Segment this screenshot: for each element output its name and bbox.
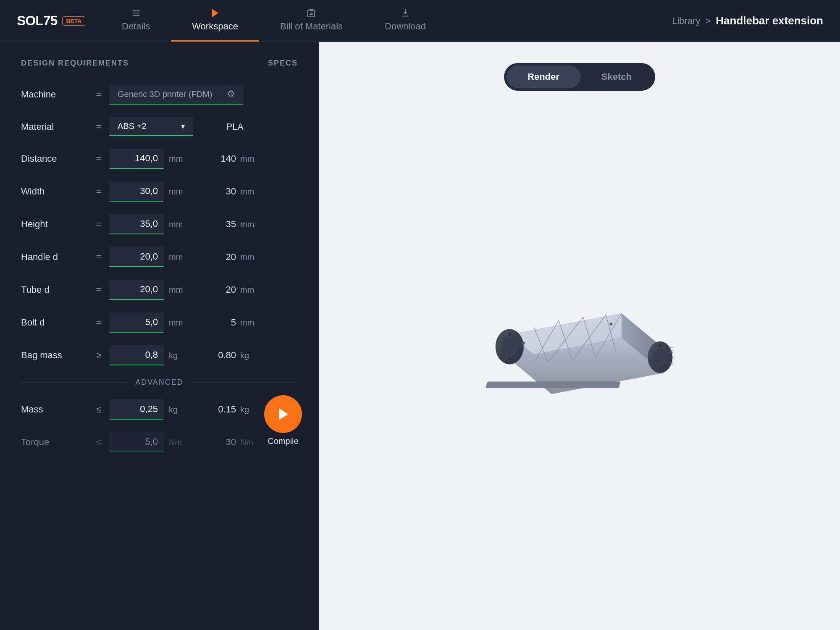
mass-spec-value: 0.15 xyxy=(211,404,236,415)
bolt-d-spec-unit: mm xyxy=(240,318,254,328)
handle-d-operator: = xyxy=(88,252,109,262)
width-spec-value: 30 xyxy=(211,186,236,197)
logo-text: SOL75 xyxy=(17,13,57,29)
render-toggle-button[interactable]: Render xyxy=(507,66,580,88)
tube-d-unit: mm xyxy=(169,285,186,295)
height-unit: mm xyxy=(169,220,186,229)
handle-d-row: Handle d = mm 20 mm xyxy=(21,247,298,267)
bag-mass-row: Bag mass ≥ kg 0.80 kg xyxy=(21,345,298,365)
tab-workspace[interactable]: Workspace xyxy=(171,0,259,42)
gear-icon[interactable]: ⚙ xyxy=(227,89,235,100)
torque-label: Torque xyxy=(21,437,88,448)
bag-mass-input-container: kg xyxy=(109,345,186,365)
mass-label: Mass xyxy=(21,404,88,415)
width-spec-unit: mm xyxy=(240,187,254,197)
torque-input-container: Nm xyxy=(109,432,186,452)
svg-point-23 xyxy=(502,337,517,357)
tab-details[interactable]: Details xyxy=(101,0,171,42)
beta-badge: BETA xyxy=(62,16,85,26)
machine-input-container[interactable]: Generic 3D printer (FDM) ⚙ xyxy=(109,84,244,105)
bag-mass-unit: kg xyxy=(169,351,186,360)
width-input-container: mm xyxy=(109,181,186,202)
torque-input[interactable] xyxy=(109,432,164,452)
bag-mass-spec-unit: kg xyxy=(240,351,249,360)
tube-d-spec-unit: mm xyxy=(240,285,254,295)
handle-d-input-container: mm xyxy=(109,247,186,267)
tab-details-label: Details xyxy=(122,21,150,32)
material-operator: = xyxy=(88,121,109,132)
height-label: Height xyxy=(21,219,88,230)
distance-operator: = xyxy=(88,153,109,164)
mass-unit: kg xyxy=(169,405,186,415)
advanced-label: ADVANCED xyxy=(135,378,184,387)
tab-download[interactable]: Download xyxy=(364,0,447,42)
machine-value: Generic 3D printer (FDM) xyxy=(118,89,213,99)
height-input[interactable] xyxy=(109,214,164,234)
width-label: Width xyxy=(21,186,88,197)
material-spec-value: PLA xyxy=(218,121,244,132)
bag-mass-spec-value: 0.80 xyxy=(211,350,236,361)
svg-marker-9 xyxy=(279,409,288,420)
bolt-d-row: Bolt d = mm 5 mm xyxy=(21,312,298,333)
bag-mass-input[interactable] xyxy=(109,345,164,365)
specs-header: SPECS xyxy=(268,59,298,68)
breadcrumb-current: Handlebar extension xyxy=(716,14,823,27)
advanced-divider: ADVANCED xyxy=(21,378,298,387)
material-dropdown[interactable]: ABS +2 ▾ xyxy=(109,117,193,136)
width-operator: = xyxy=(88,186,109,197)
machine-row: Machine = Generic 3D printer (FDM) ⚙ xyxy=(21,84,298,105)
divider-line-left xyxy=(21,382,127,383)
width-row: Width = mm 30 mm xyxy=(21,181,298,202)
distance-input[interactable] xyxy=(109,149,164,169)
handle-d-spec-value: 20 xyxy=(211,252,236,262)
machine-operator: = xyxy=(88,89,109,100)
distance-label: Distance xyxy=(21,153,88,164)
height-spec-unit: mm xyxy=(240,220,254,229)
svg-point-24 xyxy=(508,333,511,336)
model-3d-render xyxy=(475,283,685,442)
svg-point-37 xyxy=(659,367,662,370)
bolt-d-input-container: mm xyxy=(109,312,186,333)
mass-row: Mass ≤ kg 0.15 kg Compile xyxy=(21,399,298,420)
material-label: Material xyxy=(21,121,88,132)
tab-bom-label: Bill of Materials xyxy=(280,21,343,32)
torque-row: Torque ≤ Nm 30 Nm xyxy=(21,432,298,452)
handle-d-input[interactable] xyxy=(109,247,164,267)
compile-button[interactable] xyxy=(264,395,302,433)
bolt-d-spec-value: 5 xyxy=(211,317,236,328)
torque-spec-unit: Nm xyxy=(240,438,253,447)
chevron-down-icon: ▾ xyxy=(181,122,185,131)
section-headers: DESIGN REQUIREMENTS SPECS xyxy=(21,59,298,68)
mass-spec-unit: kg xyxy=(240,405,249,415)
sketch-toggle-button[interactable]: Sketch xyxy=(580,66,653,88)
svg-point-35 xyxy=(653,349,667,366)
play-triangle-icon xyxy=(276,407,291,422)
mass-input[interactable] xyxy=(109,399,164,420)
download-icon xyxy=(399,8,411,18)
handle-d-unit: mm xyxy=(169,252,186,262)
bolt-d-input[interactable] xyxy=(109,312,164,333)
model-view xyxy=(340,116,819,609)
breadcrumb: Library > Handlebar extension xyxy=(672,14,823,27)
bolt-d-operator: = xyxy=(88,317,109,328)
height-spec-value: 35 xyxy=(211,219,236,230)
height-row: Height = mm 35 mm xyxy=(21,214,298,234)
material-value: ABS +2 xyxy=(118,121,146,131)
tube-d-input[interactable] xyxy=(109,280,164,300)
design-requirements-header: DESIGN REQUIREMENTS xyxy=(21,59,129,68)
tab-bom[interactable]: Bill of Materials xyxy=(259,0,364,42)
torque-operator: ≤ xyxy=(88,437,109,448)
mass-input-container: kg xyxy=(109,399,186,420)
mass-operator: ≤ xyxy=(88,404,109,415)
torque-unit: Nm xyxy=(169,438,186,447)
bolt-d-unit: mm xyxy=(169,318,186,328)
torque-spec-value: 30 xyxy=(211,437,236,448)
height-operator: = xyxy=(88,219,109,230)
divider-line-right xyxy=(192,382,298,383)
svg-marker-3 xyxy=(213,10,218,17)
logo-area: SOL75 BETA xyxy=(17,13,101,29)
width-input[interactable] xyxy=(109,181,164,202)
nav-tabs: Details Workspace Bill of Materials Down… xyxy=(101,0,672,42)
bag-mass-label: Bag mass xyxy=(21,350,88,361)
handle-d-spec-unit: mm xyxy=(240,252,254,262)
